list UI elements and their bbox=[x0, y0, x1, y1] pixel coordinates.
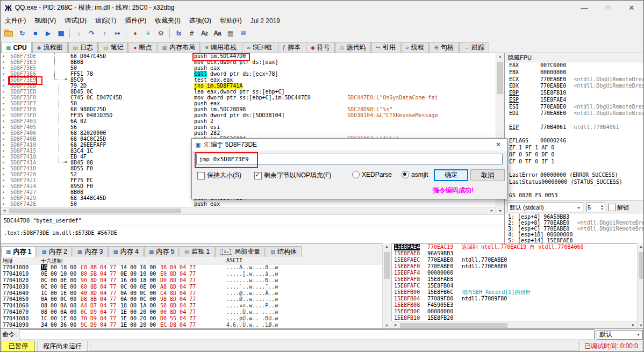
tab-符号[interactable]: ◆符号 bbox=[306, 42, 335, 53]
xedparse-radio[interactable]: XEDParse bbox=[352, 171, 392, 178]
stack-vertical-scrollbar[interactable]: ▲ ▼ bbox=[637, 243, 644, 328]
stack-row[interactable]: 15E8FAFC15E8FB04 bbox=[392, 283, 637, 289]
tab-脚本[interactable]: ƒ脚本 bbox=[278, 42, 306, 53]
menu-item[interactable]: 追踪(T) bbox=[91, 15, 120, 26]
calling-convention-select[interactable]: 默认 (stdcall) ▼ bbox=[507, 203, 583, 212]
close-button[interactable]: ✕ bbox=[620, 1, 643, 15]
memory-row[interactable]: 7704107008 00 0A 000C D9 04 771E 00 20 0… bbox=[1, 309, 382, 315]
tab-句柄[interactable]: ⊕句柄 bbox=[430, 42, 459, 53]
scroll-thumb[interactable] bbox=[497, 62, 503, 94]
dialog-close-button[interactable]: ✕ bbox=[490, 141, 507, 148]
breakpoint-hash-icon[interactable]: # bbox=[185, 27, 198, 39]
tab-断点[interactable]: ●断点 bbox=[128, 42, 156, 53]
tab-内存 2[interactable]: ▦内存 2 bbox=[37, 246, 71, 257]
disasm-row[interactable]: ●5D8F742E50push eax bbox=[1, 201, 496, 207]
stack-row[interactable]: 15E8FB0477089F80ntdll.77089F80 bbox=[392, 296, 637, 302]
open-file-icon[interactable] bbox=[3, 27, 16, 39]
scroll-right-icon[interactable]: ► bbox=[489, 209, 495, 212]
memory-row[interactable]: 770410401C 00 1E 0040 8D 04 770A 00 0C 0… bbox=[1, 290, 382, 297]
disasm-row[interactable]: ●5D8F73ED8D45 0Clea eax,dword ptr ss:[eb… bbox=[1, 89, 496, 95]
tab-内存 3[interactable]: ▦内存 3 bbox=[73, 246, 108, 257]
menu-item[interactable]: 视图(V) bbox=[30, 15, 60, 26]
memory-row[interactable]: 770410200C 00 0E 0090 8D 04 7716 00 18 0… bbox=[1, 277, 382, 284]
disasm-row[interactable]: ●5D8F74036A 02push 2 bbox=[1, 118, 496, 124]
scroll-up-icon[interactable]: ▲ bbox=[496, 54, 504, 58]
memory-dump[interactable]: 7704100016 00 18 00C0 8B 04 7714 00 16 0… bbox=[1, 264, 382, 328]
argument-count-spinner[interactable]: 5 ▲▼ bbox=[586, 203, 605, 212]
scroll-left-icon[interactable]: ◄ bbox=[2, 209, 7, 212]
stack-row[interactable]: 15E8FB1015E8FB20 bbox=[392, 315, 637, 321]
registers-panel[interactable]: 隐藏FPU EAX007C6000EBX00000000ECX770EABE0<… bbox=[504, 53, 644, 200]
tab-跟踪[interactable]: →跟踪 bbox=[459, 42, 489, 53]
patch-icon[interactable]: + bbox=[141, 27, 154, 39]
tab-SEH链[interactable]: ∞SEH链 bbox=[242, 42, 277, 53]
stack-row[interactable]: 15E8FAF0770EABE0ntdll.770EABE0 bbox=[392, 263, 637, 270]
scroll-down-icon[interactable]: ▼ bbox=[496, 209, 504, 213]
scroll-left-icon[interactable]: ◄ bbox=[392, 323, 398, 327]
tab-CPU[interactable]: ▦CPU bbox=[1, 42, 32, 53]
disasm-row[interactable]: ●5D8F73FDFF35 0481D35Dpush dword ptr ds:… bbox=[1, 112, 496, 118]
run-icon[interactable]: ▶ bbox=[41, 27, 54, 39]
menu-item[interactable]: 帮助(H) bbox=[216, 15, 246, 26]
assemble-az-icon[interactable]: Az bbox=[198, 27, 211, 39]
settings-gear-icon[interactable]: ⚙ bbox=[154, 27, 167, 39]
memory-row[interactable]: 770410500A 00 0C 00D8 8B 04 770A 00 0C 0… bbox=[1, 296, 382, 303]
disasm-row[interactable]: ●5D8F73F868 988DC25Dpush im.5DC28D985DC2… bbox=[1, 106, 496, 112]
tab-线程[interactable]: »线程 bbox=[401, 42, 429, 53]
disassembly-horizontal-scrollbar[interactable]: ◄ ► bbox=[1, 207, 496, 214]
asmjit-radio[interactable]: asmjit bbox=[402, 171, 428, 178]
stack-row[interactable]: 15E8FAF400000000 bbox=[392, 270, 637, 276]
scroll-up-icon[interactable]: ▲ bbox=[383, 245, 391, 248]
stack-row[interactable]: 15E8FB0015E8FB6C指向SEH_Record[1]的指针 bbox=[392, 289, 637, 296]
favourites-fx-icon[interactable]: fx bbox=[172, 27, 185, 39]
memory-row[interactable]: 7704106008 00 0A 00A4 D7 04 7718 00 1A 0… bbox=[1, 303, 382, 309]
menu-item[interactable]: 插件(P) bbox=[120, 15, 151, 26]
command-profile-select[interactable]: 默认 ▼ bbox=[597, 330, 643, 340]
tab-日志[interactable]: ▤日志 bbox=[68, 42, 98, 53]
tab-源代码[interactable]: ◇源代码 bbox=[335, 42, 371, 53]
scroll-right-icon[interactable]: ► bbox=[631, 323, 636, 327]
disasm-row[interactable]: ●5D8F73F0C745 0C E047C45Dmov dword ptr s… bbox=[1, 95, 496, 100]
tab-内存布局[interactable]: ▥内存布局 bbox=[157, 42, 199, 53]
memory-row[interactable]: 7704109034 00 36 009C D9 04 771E 00 20 0… bbox=[1, 322, 382, 328]
tab-调用堆栈[interactable]: ≡调用堆栈 bbox=[201, 42, 241, 53]
disasm-row[interactable]: ●5D8F73E6FF51 78call dword ptr ds:[ecx+7… bbox=[1, 71, 496, 77]
fpu-toggle[interactable]: 隐藏FPU bbox=[505, 53, 644, 62]
tab-结构体[interactable]: ⊞结构体 bbox=[266, 246, 301, 257]
disasm-row[interactable]: ●5D8F73F750push eax bbox=[1, 100, 496, 106]
tab-内存 4[interactable]: ▦内存 4 bbox=[108, 246, 143, 257]
scroll-thumb[interactable] bbox=[384, 252, 390, 279]
menu-item[interactable]: 收藏夹(I) bbox=[151, 15, 184, 26]
tab-流程图[interactable]: ◈流程图 bbox=[32, 42, 68, 53]
disasm-row[interactable]: ●5D8F740668 82020000push 282 bbox=[1, 130, 496, 136]
stack-row[interactable]: 15E8FB0C00000000 bbox=[392, 308, 637, 315]
scylla-pepper-icon[interactable]: ♦ bbox=[128, 27, 141, 39]
cancel-button[interactable]: 取消 bbox=[470, 169, 505, 181]
scroll-down-icon[interactable]: ▼ bbox=[383, 324, 391, 327]
disasm-row[interactable]: ●5D8F740556push esi bbox=[1, 124, 496, 130]
case-aa-icon[interactable]: Aa bbox=[211, 27, 224, 39]
disasm-row[interactable]: ●5D8F73EB79 2Djns im.5D8F741A bbox=[1, 83, 496, 89]
skip-next-icon[interactable]: ↦ bbox=[111, 27, 124, 39]
menu-item[interactable]: 文件(F) bbox=[1, 15, 30, 26]
menu-item[interactable]: 选项(O) bbox=[185, 15, 216, 26]
restart-icon[interactable]: ↻ bbox=[16, 27, 28, 39]
scroll-thumb[interactable] bbox=[639, 252, 643, 279]
spinner-arrows-icon[interactable]: ▲▼ bbox=[600, 204, 604, 211]
tab-笔记[interactable]: ▤笔记 bbox=[98, 42, 128, 53]
assemble-instruction-input[interactable] bbox=[196, 154, 503, 164]
disasm-row[interactable]: ●5D8F73E550push eax bbox=[1, 65, 496, 71]
stack-row[interactable]: 15E8FAE4770EAC19返回到 ntdll.770EAC19 自 ntd… bbox=[392, 244, 637, 250]
stack-row[interactable]: 15E8FAEC770EABE0ntdll.770EABE0 bbox=[392, 257, 637, 263]
step-into-icon[interactable]: ↓ bbox=[72, 27, 85, 39]
command-input[interactable] bbox=[19, 329, 595, 340]
tab-内存 1[interactable]: ▦内存 1 bbox=[1, 246, 36, 257]
stack-panel[interactable]: 15E8FAE4770EAC19返回到 ntdll.770EAC19 自 ntd… bbox=[391, 243, 637, 321]
scroll-down-icon[interactable]: ▼ bbox=[638, 324, 644, 327]
maximize-button[interactable]: □ bbox=[596, 1, 620, 15]
menu-item[interactable]: 调试(D) bbox=[60, 15, 91, 26]
stack-row[interactable]: 15E8FB08F45905E3 bbox=[392, 302, 637, 308]
calculator-icon[interactable]: ▦ bbox=[224, 27, 237, 39]
unlock-checkbox[interactable]: 解锁 bbox=[608, 204, 629, 212]
stack-row[interactable]: 15E8FAF815E8FAE8 bbox=[392, 276, 637, 283]
